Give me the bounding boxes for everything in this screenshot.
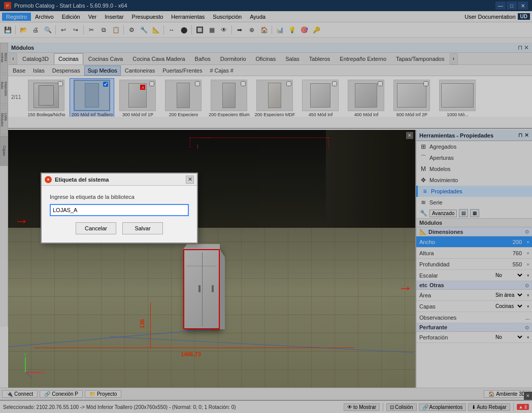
modal-overlay: ● Etiqueta del sistema ✕ Ingrese la etiq…	[0, 0, 532, 413]
red-arrow-right: →	[398, 280, 412, 296]
modal-save-button[interactable]: Salvar	[122, 222, 163, 234]
modal-cancel-button[interactable]: Cancelar	[76, 222, 116, 234]
modal-dialog: ● Etiqueta del sistema ✕ Ingrese la etiq…	[41, 173, 198, 244]
modal-title-text: Etiqueta del sistema	[55, 177, 109, 183]
red-arrow-left: →	[14, 213, 28, 229]
modal-input[interactable]	[50, 204, 189, 216]
modal-body: Ingrese la etiqueta de la biblioteca Can…	[42, 186, 197, 243]
modal-title-bar: ● Etiqueta del sistema ✕	[42, 174, 197, 186]
modal-label: Ingrese la etiqueta de la biblioteca	[50, 194, 189, 200]
modal-buttons: Cancelar Salvar	[50, 222, 189, 234]
modal-title-icon: ●	[45, 176, 52, 183]
modal-close-button[interactable]: ✕	[186, 176, 194, 184]
